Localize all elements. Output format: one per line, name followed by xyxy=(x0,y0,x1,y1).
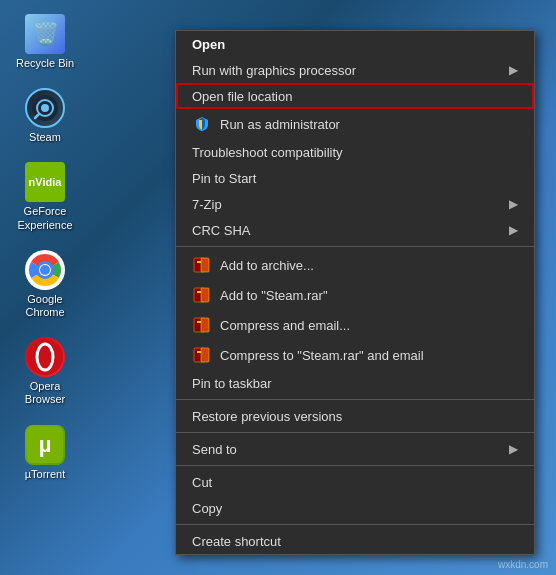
geforce-image: nVidia xyxy=(25,162,65,202)
menu-item-run-admin[interactable]: Run as administrator xyxy=(176,109,534,139)
steam-image xyxy=(25,88,65,128)
utorrent-image: µ xyxy=(25,425,65,465)
steam-label: Steam xyxy=(29,131,61,144)
svg-rect-15 xyxy=(201,258,209,272)
winrar-icon-3 xyxy=(192,315,212,335)
context-menu: Open Run with graphics processor ▶ Open … xyxy=(175,30,535,555)
chrome-label: GoogleChrome xyxy=(25,293,64,319)
menu-item-troubleshoot[interactable]: Troubleshoot compatibility xyxy=(176,139,534,165)
menu-item-run-gpu[interactable]: Run with graphics processor ▶ xyxy=(176,57,534,83)
menu-item-add-steam-rar[interactable]: Add to "Steam.rar" xyxy=(176,280,534,310)
menu-item-crc-sha[interactable]: CRC SHA ▶ xyxy=(176,217,534,243)
separator-1 xyxy=(176,246,534,247)
recycle-bin-label: Recycle Bin xyxy=(16,57,74,70)
separator-5 xyxy=(176,524,534,525)
chrome-icon[interactable]: GoogleChrome xyxy=(5,246,85,323)
opera-icon[interactable]: OperaBrowser xyxy=(5,333,85,410)
menu-item-compress-email[interactable]: Compress and email... xyxy=(176,310,534,340)
menu-item-cut[interactable]: Cut xyxy=(176,469,534,495)
menu-item-copy[interactable]: Copy xyxy=(176,495,534,521)
menu-item-compress-steam-email[interactable]: Compress to "Steam.rar" and email xyxy=(176,340,534,370)
svg-rect-19 xyxy=(197,291,201,293)
arrow-icon: ▶ xyxy=(509,63,518,77)
svg-rect-21 xyxy=(201,318,209,332)
separator-3 xyxy=(176,432,534,433)
winrar-icon-2 xyxy=(192,285,212,305)
svg-text:nVidia: nVidia xyxy=(29,176,63,188)
separator-2 xyxy=(176,399,534,400)
desktop: 🗑️ Recycle Bin Steam nVidia Ge xyxy=(0,0,556,575)
menu-item-send-to[interactable]: Send to ▶ xyxy=(176,436,534,462)
separator-4 xyxy=(176,465,534,466)
steam-icon[interactable]: Steam xyxy=(5,84,85,148)
menu-item-open[interactable]: Open xyxy=(176,31,534,57)
svg-rect-16 xyxy=(197,261,201,263)
utorrent-label: µTorrent xyxy=(25,468,66,481)
arrow-icon-7zip: ▶ xyxy=(509,197,518,211)
menu-item-7zip[interactable]: 7-Zip ▶ xyxy=(176,191,534,217)
recycle-bin-icon[interactable]: 🗑️ Recycle Bin xyxy=(5,10,85,74)
menu-item-pin-start[interactable]: Pin to Start xyxy=(176,165,534,191)
menu-item-restore-versions[interactable]: Restore previous versions xyxy=(176,403,534,429)
menu-item-pin-taskbar[interactable]: Pin to taskbar xyxy=(176,370,534,396)
utorrent-icon[interactable]: µ µTorrent xyxy=(5,421,85,485)
desktop-icons-container: 🗑️ Recycle Bin Steam nVidia Ge xyxy=(0,0,90,495)
svg-point-9 xyxy=(40,265,50,275)
shield-icon xyxy=(192,114,212,134)
opera-image xyxy=(25,337,65,377)
menu-item-add-archive[interactable]: Add to archive... xyxy=(176,250,534,280)
svg-rect-22 xyxy=(197,321,201,323)
geforce-label: GeForceExperience xyxy=(17,205,72,231)
geforce-icon[interactable]: nVidia GeForceExperience xyxy=(5,158,85,235)
svg-point-2 xyxy=(41,104,49,112)
watermark: wxkdn.com xyxy=(498,559,548,570)
svg-rect-18 xyxy=(201,288,209,302)
opera-label: OperaBrowser xyxy=(25,380,65,406)
arrow-icon-send-to: ▶ xyxy=(509,442,518,456)
chrome-image xyxy=(25,250,65,290)
winrar-icon-4 xyxy=(192,345,212,365)
svg-text:µ: µ xyxy=(39,432,52,457)
menu-item-create-shortcut[interactable]: Create shortcut xyxy=(176,528,534,554)
menu-item-open-file-location[interactable]: Open file location xyxy=(176,83,534,109)
svg-rect-25 xyxy=(197,351,201,353)
winrar-icon-1 xyxy=(192,255,212,275)
arrow-icon-crc: ▶ xyxy=(509,223,518,237)
svg-rect-24 xyxy=(201,348,209,362)
recycle-bin-image: 🗑️ xyxy=(25,14,65,54)
